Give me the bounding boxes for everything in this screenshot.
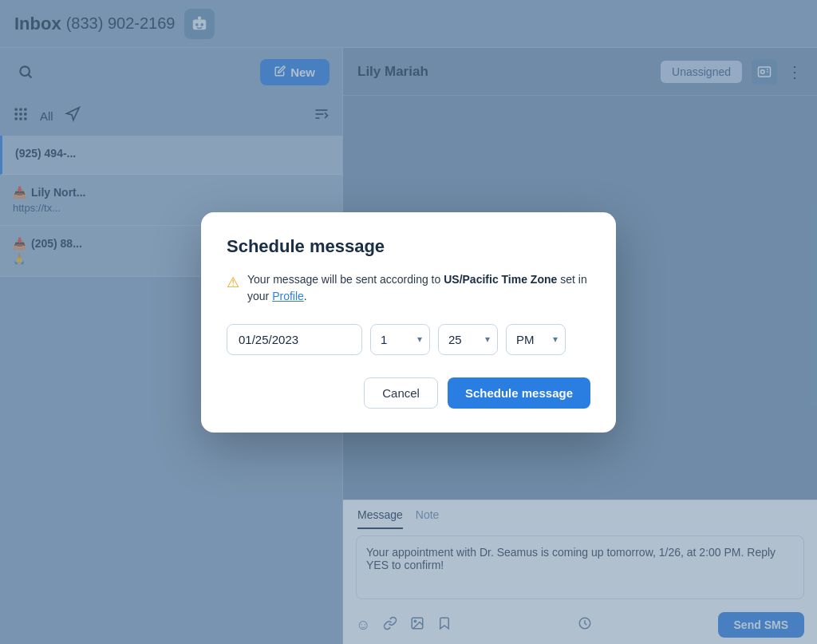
date-input[interactable] — [227, 324, 362, 355]
hour-select[interactable]: 1 2 3 4 5 6 7 8 9 10 11 12 — [370, 324, 430, 355]
modal-title: Schedule message — [227, 236, 590, 257]
cancel-button[interactable]: Cancel — [364, 377, 438, 409]
profile-link[interactable]: Profile — [272, 290, 304, 302]
minute-select-wrapper: 00 05 10 15 20 25 30 35 40 45 50 55 — [438, 324, 498, 355]
minute-select[interactable]: 00 05 10 15 20 25 30 35 40 45 50 55 — [438, 324, 498, 355]
modal-warning: ⚠ Your message will be sent according to… — [227, 271, 590, 305]
app-container: Inbox (833) 902-2169 — [0, 0, 817, 644]
modal-actions: Cancel Schedule message — [227, 377, 590, 409]
ampm-select-wrapper: AM PM — [506, 324, 566, 355]
warning-icon: ⚠ — [227, 272, 239, 294]
schedule-message-modal: Schedule message ⚠ Your message will be … — [201, 212, 616, 433]
datetime-row: 1 2 3 4 5 6 7 8 9 10 11 12 — [227, 324, 590, 355]
ampm-select[interactable]: AM PM — [506, 324, 566, 355]
schedule-button[interactable]: Schedule message — [448, 377, 590, 409]
warning-text: Your message will be sent according to U… — [247, 271, 590, 305]
hour-select-wrapper: 1 2 3 4 5 6 7 8 9 10 11 12 — [370, 324, 430, 355]
timezone-text: US/Pacific Time Zone — [444, 273, 557, 286]
modal-overlay: Schedule message ⚠ Your message will be … — [0, 0, 817, 644]
